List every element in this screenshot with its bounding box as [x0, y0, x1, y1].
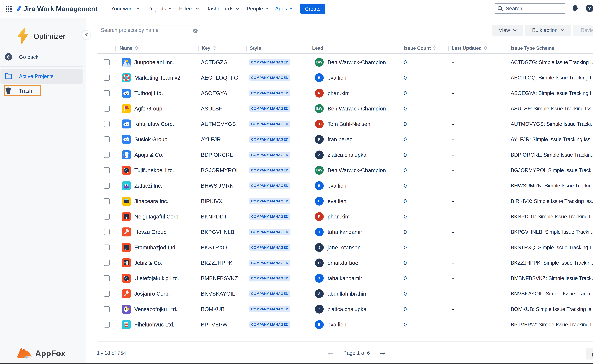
svg-text:?: ?	[588, 6, 591, 11]
